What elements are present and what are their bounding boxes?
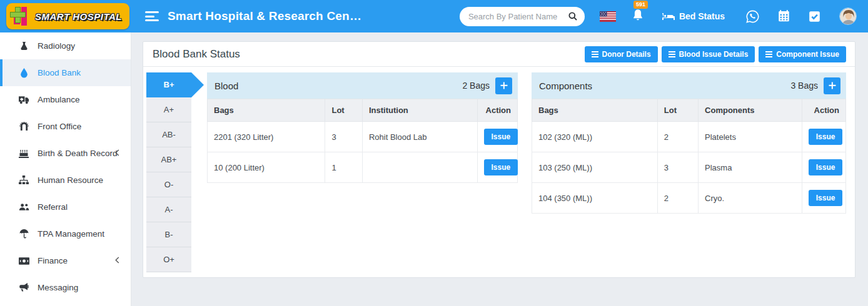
component-cell: Platelets xyxy=(699,122,802,152)
brand-area: SMART HOSPITAL xyxy=(0,3,136,29)
issue-component-button[interactable]: Issue xyxy=(809,129,843,145)
tab-blood-group-o-pos[interactable]: O+ xyxy=(146,247,191,272)
bags-cell: 10 (200 Litter) xyxy=(208,152,325,183)
blood-panel-title: Blood xyxy=(214,81,238,91)
lot-cell: 3 xyxy=(657,152,698,183)
language-flag-icon[interactable] xyxy=(600,11,616,22)
blood-table: Bags Lot Institution Action 2201 (320 Li… xyxy=(207,99,518,183)
blood-bags-count: 2 Bags xyxy=(462,81,490,91)
sidebar-item-radiology[interactable]: Radiology xyxy=(0,32,131,59)
add-blood-bag-button[interactable] xyxy=(495,77,512,94)
tab-blood-group-b-pos[interactable]: B+ xyxy=(146,72,191,97)
issue-component-button[interactable]: Issue xyxy=(809,159,843,175)
sidebar-item-label: Birth & Death Record xyxy=(38,149,118,158)
calendar-icon[interactable] xyxy=(778,10,790,22)
app-title: Smart Hospital & Research Cen… xyxy=(168,9,361,23)
column-header: Components xyxy=(699,99,802,122)
table-row: 102 (320 (ML)) 2 Platelets Issue xyxy=(532,122,846,152)
issue-blood-button[interactable]: Issue xyxy=(484,159,518,175)
issue-blood-button[interactable]: Issue xyxy=(484,129,518,145)
sidebar-item-label: Radiology xyxy=(38,41,75,51)
search-input[interactable] xyxy=(468,12,563,21)
list-icon xyxy=(765,51,772,57)
lot-cell: 3 xyxy=(325,122,363,152)
column-header: Lot xyxy=(657,99,698,122)
blood-group-tabs: B+ A+ AB- AB+ O- A- B- O+ xyxy=(146,72,191,272)
birth-death-icon xyxy=(18,149,29,158)
bed-icon xyxy=(662,11,675,21)
tab-blood-group-a-pos[interactable]: A+ xyxy=(146,97,191,122)
sidebar-item-ambulance[interactable]: Ambulance xyxy=(0,86,131,113)
bags-cell: 103 (250 (ML)) xyxy=(532,152,658,183)
front-office-icon xyxy=(18,122,29,131)
components-table: Bags Lot Components Action 102 (320 (ML)… xyxy=(532,99,846,214)
menu-toggle-icon[interactable] xyxy=(145,11,159,21)
institution-cell xyxy=(362,152,477,183)
blood-bank-card: Blood Bank Status Donor Details Blood Is… xyxy=(143,41,855,278)
radiology-icon xyxy=(18,41,29,51)
institution-cell: Rohit Blood Lab xyxy=(362,122,477,152)
lot-cell: 1 xyxy=(325,152,363,183)
tab-blood-group-ab-neg[interactable]: AB- xyxy=(146,122,191,147)
tab-blood-group-ab-pos[interactable]: AB+ xyxy=(146,147,191,172)
blood-issue-details-button[interactable]: Blood Issue Details xyxy=(662,46,755,62)
sidebar-item-finance[interactable]: Finance xyxy=(0,247,131,274)
sidebar-item-birth-death-record[interactable]: Birth & Death Record xyxy=(0,140,131,167)
table-row: 104 (350 (ML)) 2 Cryo. Issue xyxy=(532,183,846,214)
components-panel-title: Components xyxy=(539,81,592,91)
column-header: Institution xyxy=(362,99,477,122)
logo-cross-icon xyxy=(10,6,31,27)
sidebar-item-blood-bank[interactable]: Blood Bank xyxy=(0,59,131,86)
components-panel: Components 3 Bags Bags Lot Components Ac… xyxy=(532,72,846,272)
tab-blood-group-b-neg[interactable]: B- xyxy=(146,222,191,247)
notification-count-badge: 591 xyxy=(633,1,648,9)
sidebar-item-label: Ambulance xyxy=(38,95,80,104)
toolbar: Donor Details Blood Issue Details Compon… xyxy=(585,46,846,62)
list-icon xyxy=(669,51,675,57)
issue-component-button[interactable]: Issue xyxy=(809,190,843,206)
sidebar-item-tpa-management[interactable]: TPA Management xyxy=(0,220,131,247)
ambulance-icon xyxy=(18,96,29,104)
column-header: Bags xyxy=(208,99,325,122)
component-issue-button[interactable]: Component Issue xyxy=(759,46,846,62)
sidebar-item-label: TPA Management xyxy=(38,229,104,239)
bags-cell: 102 (320 (ML)) xyxy=(532,122,658,152)
sidebar-item-label: Front Office xyxy=(38,122,81,131)
tasks-check-icon[interactable] xyxy=(809,11,820,22)
whatsapp-icon[interactable] xyxy=(746,10,759,23)
logo-text: SMART HOSPITAL xyxy=(35,11,122,22)
table-row: 2201 (320 Litter) 3 Rohit Blood Lab Issu… xyxy=(208,122,518,152)
tpa-umbrella-icon xyxy=(18,229,29,239)
human-resource-icon xyxy=(18,175,29,185)
chevron-left-icon xyxy=(115,256,119,265)
tab-blood-group-o-neg[interactable]: O- xyxy=(146,172,191,197)
app-logo[interactable]: SMART HOSPITAL xyxy=(6,3,129,29)
sidebar-item-label: Referral xyxy=(38,202,68,212)
page-title: Blood Bank Status xyxy=(153,48,240,61)
sidebar-item-messaging[interactable]: Messaging xyxy=(0,274,131,301)
sidebar-item-label: Finance xyxy=(38,256,68,265)
blood-drop-icon xyxy=(18,68,29,78)
top-header: SMART HOSPITAL Smart Hospital & Research… xyxy=(0,0,868,32)
donor-details-button[interactable]: Donor Details xyxy=(585,46,658,62)
bags-cell: 104 (350 (ML)) xyxy=(532,183,658,214)
sidebar-item-human-resource[interactable]: Human Resource xyxy=(0,167,131,194)
search-icon[interactable] xyxy=(568,11,578,24)
table-row: 103 (250 (ML)) 3 Plasma Issue xyxy=(532,152,846,183)
component-cell: Cryo. xyxy=(699,183,802,214)
tab-blood-group-a-neg[interactable]: A- xyxy=(146,197,191,222)
referral-icon xyxy=(18,203,29,211)
patient-search[interactable] xyxy=(460,7,585,26)
add-component-bag-button[interactable] xyxy=(824,77,840,94)
sidebar-item-front-office[interactable]: Front Office xyxy=(0,113,131,140)
notifications-bell-icon[interactable]: 591 xyxy=(632,9,643,24)
lot-cell: 2 xyxy=(657,183,698,214)
user-avatar[interactable] xyxy=(839,7,857,25)
blood-panel: Blood 2 Bags Bags Lot Institution Action xyxy=(207,72,518,272)
column-header: Action xyxy=(802,99,845,122)
bed-status-button[interactable]: Bed Status xyxy=(662,11,725,21)
table-row: 10 (200 Litter) 1 Issue xyxy=(208,152,518,183)
sidebar-item-referral[interactable]: Referral xyxy=(0,194,131,220)
lot-cell: 2 xyxy=(657,122,698,152)
sidebar-item-label: Blood Bank xyxy=(38,68,81,77)
